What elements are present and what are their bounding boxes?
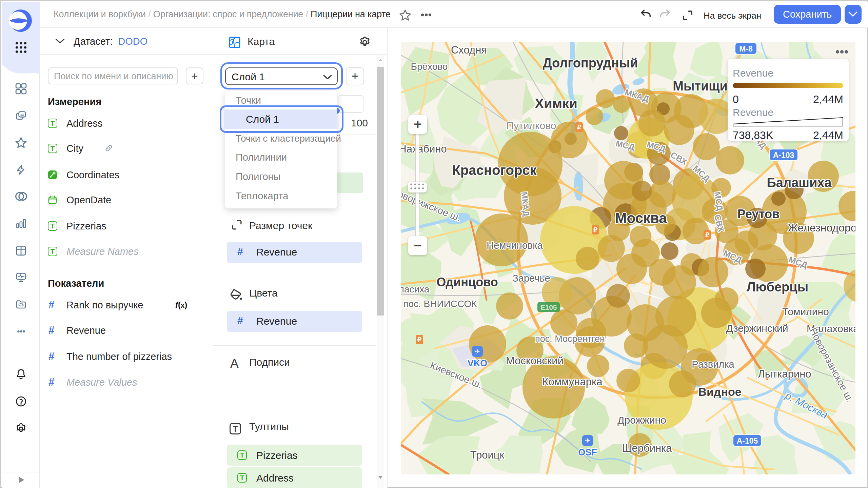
svg-text:Заречье: Заречье xyxy=(512,273,550,284)
svg-text:✈: ✈ xyxy=(475,348,480,355)
svg-text:Лыткарино: Лыткарино xyxy=(758,368,811,380)
svg-text:М-8: М-8 xyxy=(739,44,753,53)
svg-text:VKO: VKO xyxy=(468,358,488,368)
svg-text:пос. ВНИИССОК: пос. ВНИИССОК xyxy=(403,299,477,309)
svg-text:Москва: Москва xyxy=(615,210,667,226)
svg-text:Дзержинский: Дзержинский xyxy=(726,323,788,334)
svg-text:Немчиновка: Немчиновка xyxy=(487,240,543,251)
svg-text:Химки: Химки xyxy=(535,96,577,111)
svg-text:Московский: Московский xyxy=(506,355,564,367)
svg-text:Сходня: Сходня xyxy=(451,44,487,56)
svg-text:Коммунарка: Коммунарка xyxy=(542,376,603,388)
svg-text:Нахабино: Нахабино xyxy=(401,143,447,155)
svg-text:Долгопрудный: Долгопрудный xyxy=(542,56,638,70)
svg-text:✈: ✈ xyxy=(585,437,591,444)
svg-text:Железнодоро: Железнодоро xyxy=(788,222,855,234)
svg-text:₽: ₽ xyxy=(593,226,597,233)
svg-text:Балашиха: Балашиха xyxy=(767,176,832,190)
svg-text:ласиха: ласиха xyxy=(401,284,430,294)
svg-text:Люберцы: Люберцы xyxy=(747,280,808,294)
svg-text:пос. Мосрентген: пос. Мосрентген xyxy=(535,334,605,344)
svg-text:Реутов: Реутов xyxy=(737,207,780,221)
svg-text:Видное: Видное xyxy=(698,385,741,398)
svg-text:E105: E105 xyxy=(540,303,557,311)
svg-text:А-105: А-105 xyxy=(737,436,758,445)
svg-text:Путилково: Путилково xyxy=(507,120,556,131)
svg-text:Брёхово: Брёхово xyxy=(411,61,448,72)
svg-text:Щербинка: Щербинка xyxy=(622,442,672,454)
svg-text:₽: ₽ xyxy=(577,124,581,131)
svg-text:Томилино: Томилино xyxy=(782,306,829,317)
svg-text:Развилка: Развилка xyxy=(692,359,734,370)
svg-text:Красногорск: Красногорск xyxy=(452,163,537,178)
svg-text:Одинцово: Одинцово xyxy=(436,275,498,289)
svg-text:А-103: А-103 xyxy=(773,151,794,160)
svg-text:OSF: OSF xyxy=(578,447,597,458)
svg-text:₽: ₽ xyxy=(417,336,421,343)
svg-text:Мытищи: Мытищи xyxy=(673,79,728,93)
svg-text:Троицк: Троицк xyxy=(470,449,505,461)
svg-text:Дрожжино: Дрожжино xyxy=(617,414,666,426)
svg-text:₽: ₽ xyxy=(705,231,709,239)
